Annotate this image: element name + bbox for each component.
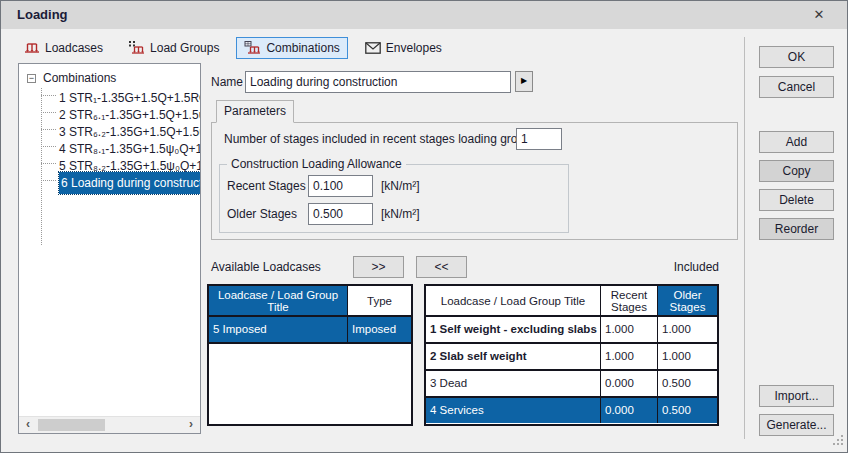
import-button[interactable]: Import... — [759, 385, 834, 407]
loadcases-icon — [23, 41, 40, 55]
stages-input[interactable] — [516, 128, 562, 150]
resize-grip-icon[interactable] — [833, 435, 844, 449]
included-loadcases-table: Loadcase / Load Group Title Recent Stage… — [424, 284, 719, 426]
reorder-button[interactable]: Reorder — [759, 218, 834, 240]
included-header-older[interactable]: Older Stages — [658, 286, 717, 315]
tab-strip: Loadcases Load Groups Combinations Envel… — [15, 37, 450, 59]
tab-load-groups-label: Load Groups — [150, 41, 219, 55]
older-stages-unit: [kN/m²] — [381, 203, 420, 225]
combinations-icon — [244, 41, 261, 55]
stages-label: Number of stages included in recent stag… — [224, 128, 531, 150]
add-to-included-button[interactable]: >> — [353, 256, 404, 278]
older-stages-label: Older Stages — [227, 203, 297, 225]
available-header-type[interactable]: Type — [348, 286, 411, 315]
copy-button[interactable]: Copy — [759, 160, 834, 182]
available-table-header: Loadcase / Load Group Title Type — [209, 286, 411, 317]
available-loadcases-table: Loadcase / Load Group Title Type 5 Impos… — [207, 284, 413, 426]
included-label: Included — [601, 256, 719, 278]
right-arrow-icon: ▶ — [521, 76, 527, 85]
tab-envelopes[interactable]: Envelopes — [357, 37, 450, 59]
scroll-left-icon[interactable]: ‹ — [19, 417, 37, 433]
older-stages-input[interactable] — [308, 203, 373, 225]
load-groups-icon — [128, 41, 145, 55]
generate-button[interactable]: Generate... — [759, 414, 834, 436]
tab-combinations-label: Combinations — [266, 41, 339, 55]
included-header-recent[interactable]: Recent Stages — [601, 286, 658, 315]
recent-stages-input[interactable] — [308, 175, 373, 197]
name-more-button[interactable]: ▶ — [515, 71, 533, 92]
tab-parameters[interactable]: Parameters — [216, 100, 294, 123]
included-header-title[interactable]: Loadcase / Load Group Title — [426, 286, 601, 315]
recent-stages-label: Recent Stages — [227, 175, 306, 197]
tab-loadcases[interactable]: Loadcases — [15, 37, 111, 59]
add-button[interactable]: Add — [759, 131, 834, 153]
recent-stages-unit: [kN/m²] — [381, 175, 420, 197]
collapse-icon[interactable]: − — [27, 74, 36, 83]
name-label: Name — [211, 71, 243, 93]
delete-button[interactable]: Delete — [759, 189, 834, 211]
available-loadcases-label: Available Loadcases — [211, 256, 321, 278]
tree-content: −Combinations 1 STR₁-1.35G+1.5Q+1.5RQ 2 … — [19, 64, 200, 416]
vertical-separator — [744, 37, 745, 439]
tab-combinations[interactable]: Combinations — [236, 37, 347, 59]
tab-loadcases-label: Loadcases — [45, 41, 103, 55]
included-table-header: Loadcase / Load Group Title Recent Stage… — [426, 286, 717, 317]
close-button[interactable]: ✕ — [803, 1, 835, 29]
envelopes-icon — [365, 42, 381, 54]
cancel-button[interactable]: Cancel — [759, 76, 834, 98]
name-input[interactable] — [245, 71, 511, 93]
title-bar[interactable]: Loading ✕ — [1, 1, 847, 29]
loading-dialog: Loading ✕ Loadcases Load Groups Combinat… — [0, 0, 848, 453]
remove-from-included-button[interactable]: << — [416, 256, 467, 278]
tab-envelopes-label: Envelopes — [386, 41, 442, 55]
tree-root-label: Combinations — [43, 71, 116, 85]
table-row[interactable]: 4 Services 0.000 0.500 — [426, 398, 717, 423]
tree-root-combinations[interactable]: −Combinations — [27, 70, 116, 87]
tab-load-groups[interactable]: Load Groups — [120, 37, 227, 59]
close-icon: ✕ — [814, 7, 825, 22]
table-row[interactable]: 3 Dead 0.000 0.500 — [426, 371, 717, 398]
table-row[interactable]: 5 Imposed Imposed — [209, 317, 411, 344]
table-row[interactable]: 1 Self weight - excluding slabs 1.000 1.… — [426, 317, 717, 344]
table-row[interactable]: 2 Slab self weight 1.000 1.000 — [426, 344, 717, 371]
combinations-tree: −Combinations 1 STR₁-1.35G+1.5Q+1.5RQ 2 … — [18, 63, 201, 434]
tree-horizontal-scrollbar[interactable]: ‹ › — [19, 416, 200, 433]
scroll-right-icon[interactable]: › — [182, 417, 200, 433]
scrollbar-thumb[interactable] — [38, 419, 105, 431]
dialog-title: Loading — [17, 1, 68, 29]
groupbox-title: Construction Loading Allowance — [227, 157, 406, 171]
available-header-title[interactable]: Loadcase / Load Group Title — [209, 286, 348, 315]
ok-button[interactable]: OK — [759, 46, 834, 68]
